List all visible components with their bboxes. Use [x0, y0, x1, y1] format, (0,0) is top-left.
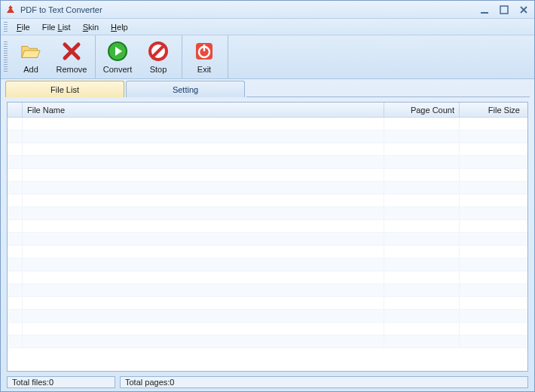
convert-button[interactable]: Convert — [97, 37, 138, 78]
tab-filelist-label: File List — [50, 85, 79, 94]
tab-filelist[interactable]: File List — [5, 81, 124, 97]
table-row — [8, 246, 527, 259]
menubar-grip — [4, 22, 8, 32]
table-row — [8, 233, 527, 246]
table-row — [8, 156, 527, 169]
file-table: File Name Page Count File Size — [7, 102, 528, 372]
play-icon — [107, 41, 128, 62]
stop-button[interactable]: Stop — [138, 37, 179, 78]
menu-skin[interactable]: Skin — [77, 20, 105, 34]
convert-label: Convert — [103, 65, 133, 74]
titlebar: PDF to Text Converter — [1, 1, 534, 19]
table-row — [8, 182, 527, 194]
content-area: File Name Page Count File Size — [1, 97, 534, 375]
table-body[interactable] — [8, 118, 527, 371]
menu-file[interactable]: File — [11, 20, 36, 34]
menubar: File File List Skin Help — [1, 19, 534, 35]
column-filename[interactable]: File Name — [23, 103, 384, 117]
table-row — [8, 259, 527, 271]
toolbar-group-action: Convert Stop — [97, 35, 182, 78]
app-icon — [5, 5, 16, 15]
toolbar-grip — [4, 41, 8, 72]
table-row — [8, 220, 527, 233]
remove-button[interactable]: Remove — [51, 37, 92, 78]
app-window: PDF to Text Converter File File List Ski… — [0, 0, 535, 392]
table-row — [8, 310, 527, 323]
statusbar: Total files: 0 Total pages: 0 — [1, 375, 534, 391]
table-row — [8, 143, 527, 156]
table-row — [8, 284, 527, 297]
status-totalfiles: Total files: 0 — [7, 376, 115, 388]
window-controls — [478, 5, 530, 15]
stop-label: Stop — [150, 65, 167, 74]
table-row — [8, 335, 527, 348]
tab-setting[interactable]: Setting — [126, 81, 245, 97]
minimize-button[interactable] — [478, 5, 491, 15]
exit-button[interactable]: Exit — [184, 37, 225, 78]
table-row — [8, 118, 527, 130]
table-row — [8, 169, 527, 182]
no-entry-icon — [148, 41, 169, 62]
maximize-button[interactable] — [498, 5, 510, 15]
svg-rect-0 — [481, 12, 488, 14]
table-row — [8, 207, 527, 220]
power-icon — [194, 41, 215, 62]
table-row — [8, 130, 527, 143]
table-row — [8, 271, 527, 284]
column-rowselect[interactable] — [8, 103, 23, 117]
column-pagecount[interactable]: Page Count — [384, 103, 460, 117]
toolbar: Add Remove Convert Stop — [1, 35, 534, 79]
table-row — [8, 194, 527, 207]
svg-rect-1 — [500, 6, 508, 14]
status-totalpages: Total pages: 0 — [120, 376, 528, 388]
totalpages-value: 0 — [170, 378, 174, 387]
x-icon — [61, 41, 82, 62]
table-row — [8, 297, 527, 310]
menu-filelist[interactable]: File List — [36, 20, 77, 34]
add-button[interactable]: Add — [11, 37, 51, 78]
table-row — [8, 323, 527, 335]
window-title: PDF to Text Converter — [20, 5, 478, 14]
table-header: File Name Page Count File Size — [8, 103, 527, 118]
remove-label: Remove — [57, 65, 87, 74]
close-button[interactable] — [518, 5, 530, 15]
tab-setting-label: Setting — [173, 85, 198, 94]
folder-open-icon — [20, 41, 41, 62]
toolbar-group-file: Add Remove — [11, 35, 96, 78]
toolbar-group-exit: Exit — [184, 35, 228, 78]
add-label: Add — [23, 65, 38, 74]
menu-help[interactable]: Help — [105, 20, 134, 34]
totalfiles-value: 0 — [49, 378, 54, 387]
column-filesize[interactable]: File Size — [460, 103, 527, 117]
tabbar: File List Setting — [1, 79, 534, 97]
exit-label: Exit — [197, 65, 211, 74]
